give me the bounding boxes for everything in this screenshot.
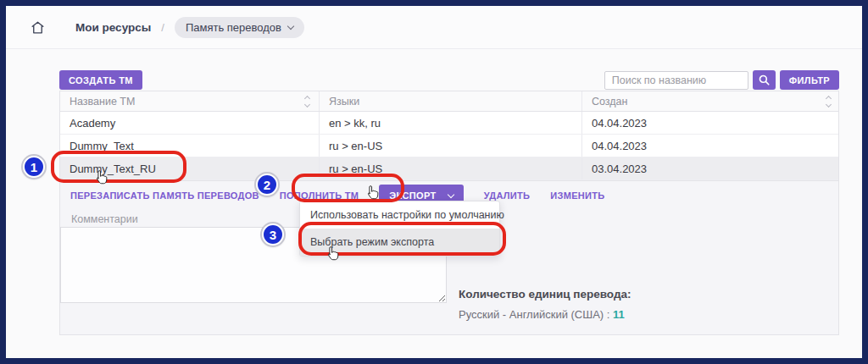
tm-table: Название ТМ Языки Создан Academyen > kk,… xyxy=(59,91,839,181)
table-row-selected[interactable]: Dummy_Text_RUru > en-US03.04.2023 xyxy=(60,157,838,180)
filter-button[interactable]: ФИЛЬТР xyxy=(780,70,839,90)
delete-tm-link[interactable]: УДАЛИТЬ xyxy=(484,190,531,201)
app-window: Мои ресурсы / Память переводов СОЗДАТЬ Т… xyxy=(0,0,868,364)
chevron-down-icon xyxy=(447,190,453,197)
create-tm-button[interactable]: СОЗДАТЬ ТМ xyxy=(59,70,142,90)
resource-type-label: Память переводов xyxy=(186,21,281,34)
units-count: 11 xyxy=(613,308,625,321)
resource-type-dropdown[interactable]: Память переводов xyxy=(175,17,304,38)
chevron-down-icon xyxy=(287,22,294,29)
search-button[interactable] xyxy=(753,70,776,90)
breadcrumb-root[interactable]: Мои ресурсы xyxy=(75,21,151,34)
edit-tm-link[interactable]: ИЗМЕНИТЬ xyxy=(550,190,604,201)
column-header-created: Создан xyxy=(592,96,627,108)
sort-icon[interactable] xyxy=(826,97,831,107)
cursor-icon xyxy=(325,244,342,263)
comments-label: Комментарии xyxy=(71,213,138,225)
annotation-step-1: 1 xyxy=(23,156,45,178)
column-header-name: Название ТМ xyxy=(70,96,135,108)
cursor-icon xyxy=(93,168,111,187)
menu-item-default-settings[interactable]: Использовать настройки по умолчанию xyxy=(300,201,499,229)
units-title: Количество единиц перевода: xyxy=(459,288,632,301)
home-icon xyxy=(30,19,46,36)
cursor-icon xyxy=(364,183,382,202)
units-pair-label: Русский - Английский (США) : xyxy=(459,308,609,321)
breadcrumb-separator: / xyxy=(161,21,164,34)
overwrite-tm-link[interactable]: ПЕРЕЗАПИСАТЬ ПАМЯТЬ ПЕРЕВОДОВ xyxy=(70,190,259,201)
search-input[interactable] xyxy=(604,71,748,90)
breadcrumb: Мои ресурсы / Память переводов xyxy=(6,6,862,49)
annotation-step-3: 3 xyxy=(262,223,284,245)
toolbar: СОЗДАТЬ ТМ ФИЛЬТР xyxy=(59,70,839,90)
replenish-tm-link[interactable]: ПОПОЛНИТЬ ТМ xyxy=(280,190,359,201)
table-row[interactable]: Dummy_Textru > en-US04.04.2023 xyxy=(60,135,838,157)
table-row[interactable]: Academyen > kk, ru04.04.2023 xyxy=(60,112,838,135)
annotation-step-2: 2 xyxy=(256,174,278,196)
search-icon xyxy=(758,74,771,86)
table-header: Название ТМ Языки Создан xyxy=(60,91,838,112)
home-button[interactable] xyxy=(28,18,47,36)
sort-icon[interactable] xyxy=(305,97,309,107)
units-line: Русский - Английский (США) : 11 xyxy=(459,308,625,321)
column-header-languages: Языки xyxy=(329,96,359,108)
